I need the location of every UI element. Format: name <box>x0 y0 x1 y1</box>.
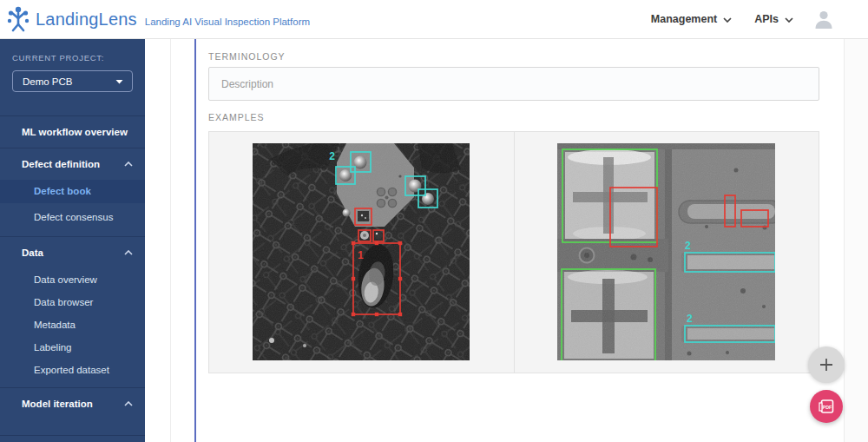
right-strip <box>845 39 868 442</box>
sidebar-item-label: Defect consensus <box>34 212 113 222</box>
plus-icon <box>819 357 834 373</box>
main-content: TERMINOLOGY EXAMPLES <box>145 39 868 442</box>
terminology-label: TERMINOLOGY <box>208 51 286 62</box>
sidebar-section-label: Model iteration <box>22 399 93 409</box>
add-button[interactable] <box>808 346 845 383</box>
current-project-label: CURRENT PROJECT: <box>0 39 145 63</box>
example-image-right[interactable]: 22 <box>515 132 819 373</box>
chevron-up-icon <box>124 250 133 255</box>
examples-panel: 21 <box>208 131 819 373</box>
sidebar-item-label: Exported dataset <box>34 365 109 375</box>
brand-tagline: Landing AI Visual Inspection Platform <box>145 16 310 27</box>
metal-example-image: 22 <box>557 143 775 360</box>
sidebar-item-label: Data browser <box>34 297 93 307</box>
sidebar-item-label: Metadata <box>34 320 76 330</box>
resize-handle[interactable] <box>352 241 355 245</box>
sidebar-item-label: ML workflow overview <box>22 127 128 137</box>
sidebar-item-ml-workflow-overview[interactable]: ML workflow overview <box>0 116 145 148</box>
resize-handle[interactable] <box>398 277 402 280</box>
sidebar-section-data[interactable]: Data <box>0 237 145 268</box>
spacer <box>0 228 145 236</box>
user-avatar[interactable] <box>812 8 835 30</box>
sidebar-item-exported-dataset[interactable]: Exported dataset <box>0 359 145 381</box>
resize-handle[interactable] <box>375 241 378 245</box>
chevron-up-icon <box>124 401 133 406</box>
sidebar-item-metadata[interactable]: Metadata <box>0 313 145 336</box>
project-selector[interactable]: Demo PCB <box>12 70 133 92</box>
accent-scroll-line <box>194 39 196 442</box>
management-menu[interactable]: Management <box>651 13 732 25</box>
annotation-count-label: 2 <box>685 240 691 252</box>
resize-handle[interactable] <box>398 313 402 316</box>
sidebar-item-data-browser[interactable]: Data browser <box>0 291 145 313</box>
example-image-left[interactable]: 21 <box>209 132 515 373</box>
panel-divider <box>844 39 845 442</box>
brand[interactable]: LandingLens Landing AI Visual Inspection… <box>0 5 310 33</box>
resize-handle[interactable] <box>375 313 378 316</box>
sidebar-section-defect-definition[interactable]: Defect definition <box>0 148 145 180</box>
chevron-down-icon <box>723 17 732 23</box>
sidebar-section-label: Defect definition <box>22 159 100 169</box>
project-selector-value: Demo PCB <box>23 76 73 87</box>
spacer <box>0 381 145 387</box>
sidebar-item-defect-consensus[interactable]: Defect consensus <box>0 206 145 228</box>
annotation-count-label: 1 <box>358 249 364 261</box>
resize-handle[interactable] <box>398 241 402 245</box>
examples-label: EXAMPLES <box>208 112 265 122</box>
apis-menu-label: APIs <box>754 13 779 25</box>
sidebar-item-project-settings[interactable]: Project settings <box>0 436 145 442</box>
sidebar-item-data-overview[interactable]: Data overview <box>0 268 145 291</box>
sidebar-item-labeling[interactable]: Labeling <box>0 336 145 359</box>
sidebar-item-label: Data overview <box>34 274 97 285</box>
chevron-down-icon <box>785 17 793 23</box>
sidebar-section-label: Data <box>22 247 43 258</box>
apis-menu[interactable]: APIs <box>754 13 793 25</box>
caret-down-icon <box>115 79 123 84</box>
resize-handle[interactable] <box>352 277 355 280</box>
pdf-export-button[interactable]: PDF <box>810 390 843 423</box>
chevron-up-icon <box>124 162 133 167</box>
spacer <box>0 419 145 435</box>
sidebar-item-defect-book[interactable]: Defect book <box>0 180 145 203</box>
resize-handle[interactable] <box>352 313 355 316</box>
management-menu-label: Management <box>651 13 717 25</box>
pdf-document-icon: PDF <box>818 398 835 415</box>
header-actions: Management APIs <box>628 8 868 30</box>
pcb-example-image: 21 <box>253 143 470 360</box>
panel-divider <box>170 39 171 442</box>
annotation-count-label: 2 <box>330 150 336 162</box>
sidebar-item-label: Defect book <box>34 186 91 196</box>
svg-text:PDF: PDF <box>823 405 832 410</box>
sidebar-item-label: Labeling <box>34 342 71 353</box>
description-input[interactable] <box>208 67 819 101</box>
app-header: LandingLens Landing AI Visual Inspection… <box>0 0 868 39</box>
annotation-count-label: 2 <box>687 313 693 325</box>
brand-name: LandingLens <box>36 10 137 30</box>
landinglens-logo-icon <box>6 5 30 33</box>
sidebar-section-model-iteration[interactable]: Model iteration <box>0 388 145 419</box>
sidebar: CURRENT PROJECT: Demo PCB ML workflow ov… <box>0 39 145 442</box>
